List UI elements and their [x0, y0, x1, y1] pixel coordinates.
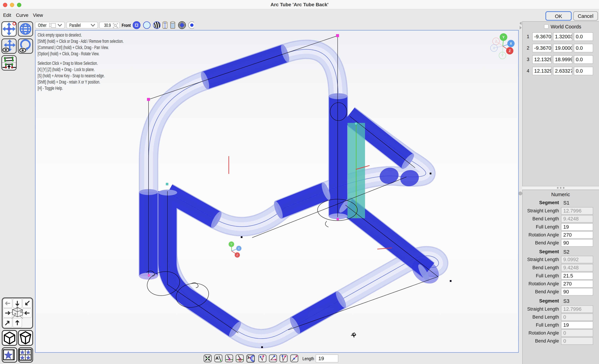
svg-text:Z: Z	[495, 39, 497, 43]
svg-text:X: X	[238, 247, 240, 250]
svg-text:Y: Y	[501, 53, 503, 57]
svg-text:Y: Y	[230, 243, 232, 246]
svg-text:X: X	[510, 42, 512, 45]
svg-text:Z: Z	[509, 49, 511, 53]
svg-text:X: X	[493, 46, 495, 50]
svg-text:A: A	[215, 355, 219, 361]
svg-text:Z: Z	[236, 253, 238, 257]
svg-text:Y: Y	[502, 35, 505, 39]
